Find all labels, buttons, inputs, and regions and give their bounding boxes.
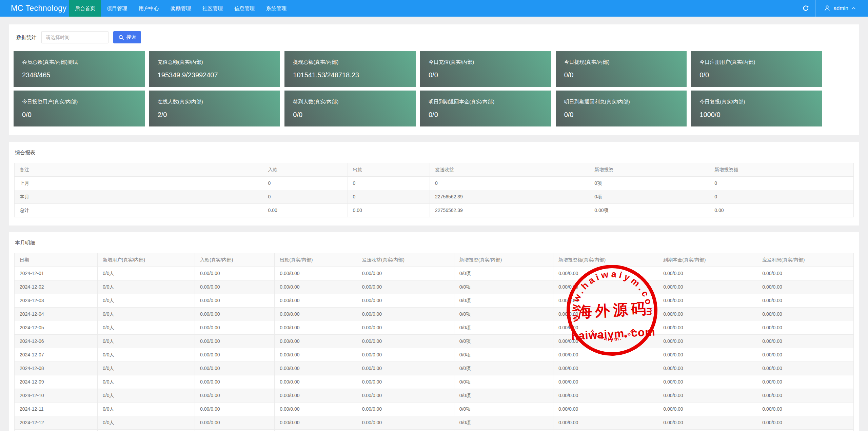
detail-table: 日期新增用户(真实/内部)入款(真实/内部)出款(真实/内部)发送收益(真实/内…: [14, 253, 854, 431]
stat-card-value: 0/0: [429, 71, 548, 79]
table-cell: 22756562.39: [430, 190, 589, 204]
stat-card-value: 2/0: [158, 111, 277, 119]
stats-grid: 会员总数(真实/内部)测试2348/465充值总额(真实/内部)195349.9…: [14, 51, 822, 126]
table-cell: 0.00/0.00: [275, 362, 357, 375]
search-icon: [118, 35, 124, 40]
table-cell: 2024-12-06: [15, 335, 98, 348]
table-cell: 上月: [15, 177, 263, 190]
table-row: 2024-12-030/0人0.00/0.000.00/0.000.00/0.0…: [15, 294, 854, 308]
table-cell: 0.00/0.00: [357, 375, 454, 389]
table-cell: 0.00/0.00: [357, 362, 454, 375]
table-cell: 0.00/0.00: [357, 321, 454, 335]
table-cell: 0.00/0.00: [357, 280, 454, 294]
table-cell: 0.00/0.00: [275, 348, 357, 362]
stat-card-title: 明日到期返回利息(真实/内部): [564, 99, 684, 105]
stat-card-value: 0/0: [429, 111, 548, 119]
table-cell: 0.00/0.00: [275, 308, 357, 321]
stat-card-value: 0/0: [22, 111, 141, 119]
nav-item-4[interactable]: 奖励管理: [165, 0, 197, 17]
table-header-cell: 日期: [15, 253, 98, 267]
table-cell: 0项: [589, 190, 709, 204]
table-cell: 0.00/0.00: [658, 403, 757, 416]
table-cell: 2024-12-09: [15, 375, 98, 389]
nav-item-6[interactable]: 信息管理: [229, 0, 260, 17]
table-cell: 0.00/0.00: [757, 308, 854, 321]
table-cell: 0/0人: [98, 362, 195, 375]
stat-card-title: 在线人数(真实/内部): [158, 99, 277, 105]
table-row: 2024-12-110/0人0.00/0.000.00/0.000.00/0.0…: [15, 403, 854, 416]
table-header-cell: 新增投资: [589, 163, 709, 177]
table-cell: 0.00/0.00: [357, 308, 454, 321]
table-cell: 0.00/0.00: [553, 321, 658, 335]
date-range-input[interactable]: [41, 31, 108, 43]
table-cell: 0.00: [263, 204, 348, 217]
stat-card-9: 签到人数(真实/内部)0/0: [284, 91, 416, 126]
table-header-row: 备注入款出款发送收益新增投资新增投资额: [15, 163, 854, 177]
nav-item-2[interactable]: 项目管理: [101, 0, 133, 17]
table-header-cell: 新增投资额(真实/内部): [553, 253, 658, 267]
table-row: 2024-12-130/0人0.00/0.000.00/0.000.00/0.0…: [15, 430, 854, 431]
table-cell: 0.00/0.00: [658, 362, 757, 375]
table-cell: 0.00/0.00: [275, 375, 357, 389]
table-cell: 0.00/0.00: [195, 375, 275, 389]
table-cell: 2024-12-04: [15, 308, 98, 321]
table-cell: 0.00/0.00: [195, 335, 275, 348]
user-menu[interactable]: admin: [815, 0, 868, 17]
stat-card-title: 今日复投(真实/内部): [699, 99, 819, 105]
table-cell: 22756562.39: [430, 204, 589, 217]
table-row: 上月0000项0: [15, 177, 854, 190]
table-row: 2024-12-040/0人0.00/0.000.00/0.000.00/0.0…: [15, 308, 854, 321]
detail-panel: 本月明细 日期新增用户(真实/内部)入款(真实/内部)出款(真实/内部)发送收益…: [9, 232, 859, 431]
table-row: 总计0.000.0022756562.390.00项0.00: [15, 204, 854, 217]
table-cell: 0.00/0.00: [658, 430, 757, 431]
table-row: 2024-12-070/0人0.00/0.000.00/0.000.00/0.0…: [15, 348, 854, 362]
stat-card-value: 195349.9/23992407: [158, 71, 277, 79]
stat-card-8: 在线人数(真实/内部)2/0: [149, 91, 280, 126]
table-cell: 0: [709, 177, 854, 190]
table-cell: 0.00/0.00: [357, 267, 454, 280]
nav-item-1[interactable]: 后台首页: [69, 0, 101, 17]
table-cell: 0/0项: [454, 335, 553, 348]
stat-card-value: 2348/465: [22, 71, 141, 79]
table-header-cell: 发送收益(真实/内部): [357, 253, 454, 267]
stat-card-title: 会员总数(真实/内部)测试: [22, 59, 141, 65]
table-cell: 0.00/0.00: [357, 348, 454, 362]
table-header-cell: 新增投资(真实/内部): [454, 253, 553, 267]
table-cell: 0/0人: [98, 375, 195, 389]
stat-card-title: 明日到期返回本金(真实/内部): [429, 99, 548, 105]
stat-card-5: 今日提现(真实/内部)0/0: [556, 51, 687, 87]
stat-card-1: 会员总数(真实/内部)测试2348/465: [14, 51, 145, 87]
table-cell: 0.00/0.00: [658, 389, 757, 403]
brand-logo: MC Technology: [0, 0, 69, 17]
table-header-cell: 出款(真实/内部): [275, 253, 357, 267]
table-cell: 0.00/0.00: [275, 267, 357, 280]
stat-card-value: 0/0: [564, 111, 684, 119]
table-cell: 2024-12-07: [15, 348, 98, 362]
nav-item-5[interactable]: 社区管理: [197, 0, 229, 17]
table-row: 2024-12-060/0人0.00/0.000.00/0.000.00/0.0…: [15, 335, 854, 348]
table-cell: 0/0人: [98, 348, 195, 362]
detail-title: 本月明细: [14, 240, 854, 246]
table-cell: 0.00/0.00: [757, 335, 854, 348]
table-cell: 0/0项: [454, 430, 553, 431]
table-header-row: 日期新增用户(真实/内部)入款(真实/内部)出款(真实/内部)发送收益(真实/内…: [15, 253, 854, 267]
table-cell: 0.00/0.00: [757, 375, 854, 389]
table-cell: 0.00/0.00: [195, 308, 275, 321]
table-cell: 0.00/0.00: [357, 403, 454, 416]
table-cell: 0/0人: [98, 294, 195, 308]
table-cell: 0.00/0.00: [553, 416, 658, 430]
nav-item-7[interactable]: 系统管理: [260, 0, 292, 17]
search-button-label: 搜索: [126, 34, 136, 40]
table-cell: 0.00/0.00: [658, 348, 757, 362]
refresh-button[interactable]: [796, 0, 815, 17]
table-cell: 0.00: [348, 204, 430, 217]
table-cell: 0.00/0.00: [275, 294, 357, 308]
nav-item-3[interactable]: 用户中心: [133, 0, 165, 17]
table-cell: 0/0项: [454, 308, 553, 321]
table-cell: 0.00/0.00: [553, 267, 658, 280]
report-panel: 综合报表 备注入款出款发送收益新增投资新增投资额上月0000项0本月002275…: [9, 142, 859, 226]
table-cell: 0.00/0.00: [658, 280, 757, 294]
table-cell: 0/0人: [98, 267, 195, 280]
table-cell: 2024-12-10: [15, 389, 98, 403]
search-button[interactable]: 搜索: [113, 31, 141, 43]
